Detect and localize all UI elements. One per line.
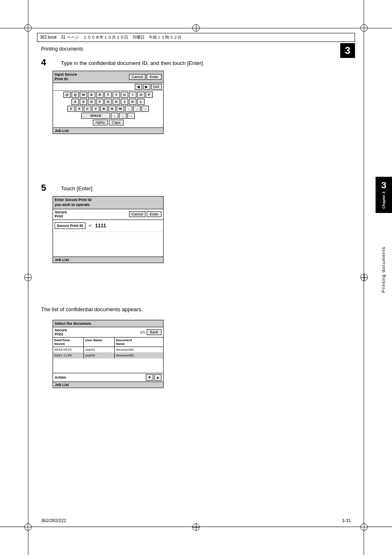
bottom-crosshair [192, 523, 200, 531]
kb-key-r[interactable]: R [96, 92, 104, 98]
book-info: 362.book 31 ページ ２００８年１０月２０日 月曜日 午前１１時３２分 [40, 35, 182, 40]
kb-keys: @ Q W E R T Y U I O P A S D F G H J [53, 91, 163, 127]
row1-docname: document01 [115, 347, 163, 352]
spid-subheader: SecurePrint Cancel Enter [53, 209, 163, 220]
kb-key-y[interactable]: Y [113, 92, 120, 98]
kb-header-btns: Cancel Enter [129, 74, 161, 80]
kb-caps-btn[interactable]: Caps [109, 120, 124, 125]
doclist-subheader: SecurePrint 1/1 Back [53, 327, 163, 338]
chapter-tab: 3 Chapter 3 [376, 177, 392, 213]
kb-key-m[interactable]: M [117, 106, 124, 112]
step5-area: 5 Touch [Enter]. Enter Secure Print IDyo… [41, 183, 351, 263]
kb-alpha-btn[interactable]: Alpha [93, 120, 108, 125]
footer-left: 362/282/222 [41, 518, 66, 523]
kb-key-comma2[interactable]: , [111, 113, 118, 119]
kb-key-d[interactable]: D [88, 99, 95, 105]
spid-footer[interactable]: Job List [53, 257, 163, 263]
page-footer: 362/282/222 3-31 [41, 518, 351, 523]
kb-header: Input SecurePrint ID. Cancel Enter [53, 71, 163, 83]
header-bar: 362.book 31 ページ ２００８年１０月２０日 月曜日 午前１１時３２分 [37, 33, 355, 42]
kb-key-u[interactable]: U [121, 92, 128, 98]
spid-header: Enter Secure Print IDyou wish to operate… [53, 197, 163, 209]
col-header-username: User Name [84, 338, 115, 347]
kb-space-key[interactable]: SPACE [81, 113, 110, 119]
row2-datetime: 03/21 11:59 [53, 353, 84, 358]
kb-row4-keys: SPACE , _ - [54, 113, 162, 119]
doclist-action-btn[interactable]: Action [55, 375, 66, 379]
kb-key-dash2[interactable]: - [127, 113, 135, 119]
kb-key-z[interactable]: Z [67, 106, 75, 112]
kb-del-btn[interactable]: Del. [151, 84, 162, 90]
kb-row2: ◀ ▶ Del. [53, 83, 163, 91]
doclist-joblist[interactable]: Job List [53, 382, 163, 388]
kb-key-o[interactable]: O [137, 92, 145, 98]
kb-key-c[interactable]: C [84, 106, 91, 112]
kb-key-a[interactable]: A [71, 99, 79, 105]
footer-right: 3-31 [342, 518, 351, 523]
kb-row1: @ Q W E R T Y U I O P [54, 92, 162, 98]
section-label: Printing documents [41, 46, 83, 52]
top-crosshair [192, 24, 200, 32]
kb-left-arrow[interactable]: ◀ [135, 84, 142, 90]
step4-number: 4 [41, 58, 46, 67]
kb-key-h[interactable]: H [113, 99, 120, 105]
table-row[interactable]: 03/18 09:23 user01 document01 [53, 347, 163, 353]
kb-cancel-btn[interactable]: Cancel [129, 74, 145, 80]
row1-datetime: 03/18 09:23 [53, 347, 84, 352]
explain-text: The list of confidential documents appea… [41, 306, 143, 312]
table-row[interactable]: 03/21 11:59 user02 document02 [53, 353, 163, 358]
step4-area: 4 Type in the confidential document ID, … [41, 58, 351, 134]
explain-area: The list of confidential documents appea… [41, 306, 143, 312]
kb-key-v[interactable]: V [92, 106, 99, 112]
kb-key-s[interactable]: S [80, 99, 87, 105]
kb-bottom-row: Alpha Caps [54, 120, 162, 127]
kb-key-e[interactable]: E [88, 92, 95, 98]
kb-key-k[interactable]: K [129, 99, 136, 105]
chapter-number: 3 [381, 181, 386, 190]
doclist-nav-btns: ▼ ▲ [146, 374, 161, 381]
kb-key-n[interactable]: N [108, 106, 116, 112]
step4-text: Type in the confidential document ID, an… [61, 58, 204, 67]
kb-right-arrow[interactable]: ▶ [143, 84, 150, 90]
corner-mark-br [360, 523, 368, 531]
kb-key-b[interactable]: B [100, 106, 108, 112]
chapter-badge: 3 [340, 43, 355, 58]
kb-row3-keys: Z X C V B N M . , - [54, 106, 162, 112]
kb-key-at[interactable]: @ [63, 92, 71, 98]
nav-down-btn[interactable]: ▼ [146, 374, 153, 381]
kb-key-p[interactable]: P [145, 92, 153, 98]
kb-enter-btn[interactable]: Enter [147, 74, 161, 80]
spid-cancel-btn[interactable]: Cancel [129, 211, 145, 217]
doclist-back-btn[interactable]: Back [147, 329, 161, 335]
left-crosshair [24, 274, 32, 281]
spid-id-label: Secure Print ID [55, 222, 85, 229]
kb-key-underscore[interactable]: _ [119, 113, 127, 119]
doclist-header: Select the document. [53, 320, 163, 327]
kb-job-list[interactable]: Job List [53, 127, 163, 134]
kb-key-f[interactable]: F [96, 99, 104, 105]
spid-panel: Enter Secure Print IDyou wish to operate… [53, 196, 164, 263]
kb-key-j[interactable]: J [121, 99, 128, 105]
step5-text: Touch [Enter]. [61, 183, 94, 193]
chapter-label: Chapter 3 [382, 192, 386, 209]
corner-mark-bl [24, 523, 32, 531]
doclist-table-header: Date/TimeStored User Name DocumentName [53, 338, 163, 347]
col-header-datetime: Date/TimeStored [53, 338, 84, 347]
kb-key-i[interactable]: I [129, 92, 136, 98]
kb-key-dash[interactable]: - [141, 106, 149, 112]
kb-key-g[interactable]: G [104, 99, 112, 105]
nav-up-btn[interactable]: ▲ [154, 374, 161, 381]
keyboard-panel: Input SecurePrint ID. Cancel Enter ◀ ▶ D… [53, 71, 164, 134]
kb-key-w[interactable]: W [80, 92, 87, 98]
kb-key-t[interactable]: T [104, 92, 112, 98]
doclist-pagination: 1/1 Back [140, 329, 161, 335]
kb-key-x[interactable]: X [76, 106, 83, 112]
kb-key-comma[interactable]: , [133, 106, 141, 112]
spid-enter-btn[interactable]: Enter [147, 211, 161, 217]
kb-row2-keys: A S D F G H J K L [54, 99, 162, 105]
doclist-area: Select the document. SecurePrint 1/1 Bac… [41, 317, 164, 388]
kb-key-q[interactable]: Q [71, 92, 79, 98]
doclist-spacer [53, 358, 163, 373]
kb-key-period[interactable]: . [125, 106, 132, 112]
kb-key-l[interactable]: L [137, 99, 145, 105]
